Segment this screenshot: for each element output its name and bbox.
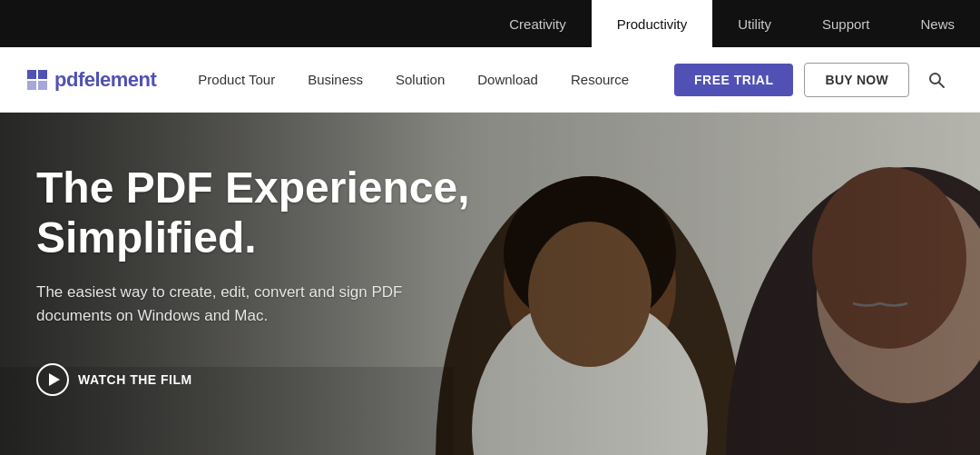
- top-nav: Creativity Productivity Utility Support …: [0, 0, 980, 47]
- top-nav-item-news[interactable]: News: [895, 0, 980, 47]
- svg-rect-1: [38, 70, 47, 79]
- hero-content: The PDF Experience, Simplified. The easi…: [0, 113, 544, 432]
- play-icon-circle: [36, 363, 69, 396]
- hero-section: The PDF Experience, Simplified. The easi…: [0, 113, 980, 455]
- search-icon: [927, 71, 946, 89]
- svg-rect-0: [27, 70, 36, 79]
- buy-now-button[interactable]: BUY NOW: [804, 63, 909, 97]
- top-nav-item-productivity[interactable]: Productivity: [592, 0, 713, 47]
- play-triangle-icon: [49, 373, 60, 386]
- free-trial-button[interactable]: FREE TRIAL: [674, 64, 793, 96]
- secondary-nav: pdfelement Product Tour Business Solutio…: [0, 47, 980, 113]
- nav-resource[interactable]: Resource: [556, 64, 643, 94]
- top-nav-item-support[interactable]: Support: [797, 0, 896, 47]
- watch-film-label: WATCH THE FILM: [78, 372, 192, 387]
- logo-prefix: pdf: [54, 68, 84, 91]
- main-nav-links: Product Tour Business Solution Download …: [183, 64, 674, 94]
- logo[interactable]: pdfelement: [27, 68, 156, 92]
- logo-icon: [27, 70, 47, 90]
- nav-download[interactable]: Download: [463, 64, 553, 94]
- logo-text: pdfelement: [54, 68, 156, 92]
- svg-line-5: [939, 83, 944, 87]
- watch-film-button[interactable]: WATCH THE FILM: [36, 363, 192, 396]
- top-nav-item-creativity[interactable]: Creativity: [484, 0, 592, 47]
- search-button[interactable]: [920, 64, 953, 96]
- nav-solution[interactable]: Solution: [381, 64, 459, 94]
- nav-business[interactable]: Business: [293, 64, 377, 94]
- nav-product-tour[interactable]: Product Tour: [183, 64, 289, 94]
- svg-rect-3: [38, 81, 47, 90]
- svg-rect-2: [27, 81, 36, 90]
- nav-actions: FREE TRIAL BUY NOW: [674, 63, 953, 97]
- hero-subtitle: The easiest way to create, edit, convert…: [36, 281, 454, 327]
- logo-suffix: element: [84, 68, 157, 91]
- top-nav-item-utility[interactable]: Utility: [712, 0, 797, 47]
- hero-title: The PDF Experience, Simplified.: [36, 163, 508, 262]
